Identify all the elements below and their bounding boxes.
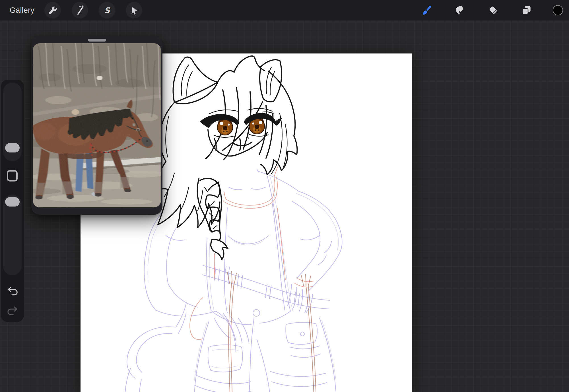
layers-icon <box>521 5 532 16</box>
wrench-icon <box>47 5 58 16</box>
reference-photo <box>33 43 161 207</box>
reference-window[interactable] <box>31 36 162 215</box>
layers-button[interactable] <box>520 4 533 16</box>
svg-text:S: S <box>104 6 110 15</box>
redo-icon <box>7 306 18 315</box>
redo-button[interactable] <box>7 306 18 315</box>
undo-icon <box>7 286 18 296</box>
erase-tool-button[interactable] <box>487 4 500 16</box>
magic-wand-icon <box>75 5 85 16</box>
eraser-icon <box>488 5 499 16</box>
brush-icon <box>421 5 432 16</box>
modify-button[interactable] <box>7 170 18 181</box>
brush-opacity-slider[interactable] <box>3 195 22 275</box>
color-swatch <box>552 5 563 16</box>
selection-button[interactable]: S <box>99 2 115 18</box>
transform-button[interactable] <box>126 2 142 18</box>
reference-drag-handle[interactable] <box>88 39 106 42</box>
brush-size-handle[interactable] <box>5 143 20 152</box>
smudge-tool-button[interactable] <box>453 4 466 16</box>
actions-button[interactable] <box>44 2 61 18</box>
gallery-button[interactable]: Gallery <box>10 0 34 20</box>
brush-opacity-handle[interactable] <box>5 197 20 207</box>
brush-size-slider[interactable] <box>3 82 22 161</box>
color-swatch-button[interactable] <box>552 4 564 16</box>
undo-button[interactable] <box>7 286 18 296</box>
brush-sidebar <box>1 80 24 322</box>
paint-tool-button[interactable] <box>420 4 433 16</box>
app-screen: Gallery S <box>0 0 569 392</box>
top-toolbar: Gallery S <box>0 0 569 20</box>
adjustments-button[interactable] <box>72 2 88 18</box>
selection-s-icon: S <box>102 5 112 16</box>
transform-arrow-icon <box>129 5 139 16</box>
smudge-finger-icon <box>454 5 465 16</box>
